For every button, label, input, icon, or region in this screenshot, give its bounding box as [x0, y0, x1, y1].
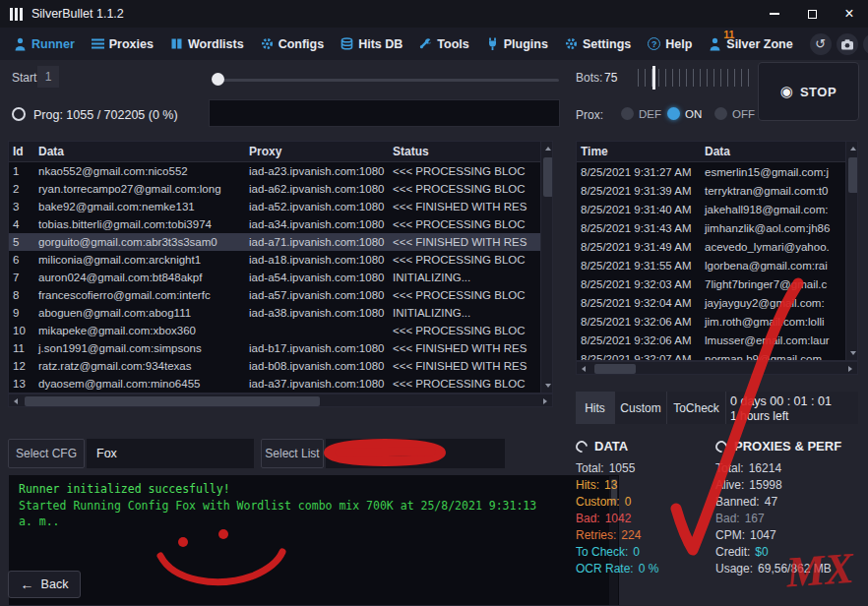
- screenshot-button[interactable]: [837, 33, 858, 55]
- cell-status: <<< FINISHED WITH RES: [389, 342, 552, 354]
- scrollbar-thumb[interactable]: [25, 396, 320, 406]
- table-row[interactable]: 2ryan.torrecampo27@gmail.com:longiad-a62…: [9, 180, 552, 198]
- bots-slider-handle[interactable]: [652, 66, 655, 90]
- nav-tab-help[interactable]: ? Help: [648, 37, 692, 51]
- scroll-right-button[interactable]: [538, 394, 552, 408]
- scrollbar-thumb[interactable]: [594, 364, 636, 374]
- data-stats-header: DATA: [576, 439, 628, 454]
- nav-tab-wordlists[interactable]: Wordlists: [170, 37, 244, 51]
- history-button[interactable]: ↺: [810, 33, 832, 55]
- nav-tab-proxies[interactable]: Proxies: [92, 37, 154, 51]
- stop-icon: ◉: [780, 83, 793, 100]
- scroll-left-button[interactable]: [9, 394, 23, 408]
- cell-id: 5: [9, 236, 34, 248]
- hits-tabs-strip: Hits Custom ToCheck 0 days 00 : 01 : 01 …: [576, 392, 858, 424]
- stop-button[interactable]: ◉ STOP: [758, 62, 859, 121]
- minimize-button[interactable]: [756, 0, 793, 28]
- close-button[interactable]: ×: [831, 0, 868, 28]
- prox-def-radio[interactable]: [621, 107, 634, 120]
- table-row[interactable]: 13dyaosem@gmail.com:mino6455iad-a37.ipva…: [9, 375, 552, 393]
- table-row[interactable]: 11j.son1991@gmail.com:simpsonsiad-b17.ip…: [9, 339, 552, 357]
- cell-data: lgorbena@gmail.com:rai: [701, 260, 857, 272]
- prox-on-radio[interactable]: [667, 107, 680, 120]
- scroll-right-button[interactable]: [843, 362, 857, 376]
- log-console[interactable]: Runner initialized succesfully! Started …: [8, 474, 620, 606]
- results-horizontal-scrollbar[interactable]: [8, 394, 553, 407]
- hit-row[interactable]: 8/25/2021 9:31:49 AMacevedo_lymari@yahoo…: [577, 237, 857, 256]
- start-slider-handle[interactable]: [212, 73, 224, 86]
- col-header-data[interactable]: Data: [701, 145, 845, 158]
- col-header-status[interactable]: Status: [389, 145, 540, 158]
- col-header-proxy[interactable]: Proxy: [245, 145, 389, 158]
- table-row[interactable]: 10mikapeke@gmail.com:xbox360<<< PROCESSI…: [9, 322, 552, 339]
- cell-data: dyaosem@gmail.com:mino6455: [34, 378, 245, 390]
- select-list-button[interactable]: Select List: [261, 439, 324, 468]
- cell-status: <<< PROCESSING BLOC: [389, 165, 552, 177]
- table-row[interactable]: 1nkao552@gmail.com:nico552iad-a23.ipvani…: [9, 162, 552, 180]
- hit-row[interactable]: 8/25/2021 9:31:40 AMjakehall918@gmail.co…: [577, 200, 857, 218]
- table-row[interactable]: 8francescofierro@gmail.com:interfciad-a5…: [9, 286, 552, 304]
- nav-tab-hitsdb[interactable]: Hits DB: [341, 37, 403, 51]
- hit-row[interactable]: 8/25/2021 9:31:39 AMterryktran@gmail.com…: [577, 181, 857, 200]
- cell-data: terryktran@gmail.com:t0: [701, 185, 857, 197]
- scroll-left-button[interactable]: [577, 362, 590, 376]
- cell-time: 8/25/2021 9:32:07 AM: [577, 353, 701, 362]
- table-row[interactable]: 4tobias.bitterli@gmail.com:tobi3974iad-a…: [9, 215, 552, 233]
- nav-tab-tools[interactable]: Tools: [419, 37, 468, 51]
- tab-tocheck[interactable]: ToCheck: [667, 392, 726, 424]
- col-header-time[interactable]: Time: [577, 145, 701, 158]
- nav-label: Silver Zone: [726, 37, 792, 51]
- right-arrow-icon: [543, 398, 547, 404]
- tab-hits[interactable]: Hits: [576, 392, 615, 424]
- hit-row[interactable]: 8/25/2021 9:32:06 AMjim.roth@gmail.com:l…: [577, 312, 857, 331]
- select-cfg-button[interactable]: Select CFG: [8, 439, 85, 468]
- hit-row[interactable]: 8/25/2021 9:32:07 AMnorman.b9@gmail.com: [577, 349, 857, 361]
- scroll-up-button[interactable]: [846, 142, 858, 155]
- cell-proxy: iad-b08.ipvanish.com:1080: [245, 360, 389, 372]
- back-button[interactable]: ← Back: [8, 571, 81, 598]
- col-header-id[interactable]: Id: [9, 145, 34, 158]
- table-row[interactable]: 7auron024@gmail.com:bt848akpfiad-a54.ipv…: [9, 269, 552, 286]
- cell-time: 8/25/2021 9:31:49 AM: [577, 241, 701, 253]
- database-icon: [341, 37, 353, 50]
- table-row[interactable]: 12ratz.ratz@gmail.com:934texasiad-b08.ip…: [9, 357, 552, 375]
- log-line: Runner initialized succesfully!: [19, 481, 609, 498]
- tab-custom[interactable]: Custom: [615, 392, 667, 424]
- hit-row[interactable]: 8/25/2021 9:32:04 AMjayjayguy2@gmail.com…: [577, 293, 857, 312]
- start-slider-track[interactable]: [213, 79, 559, 82]
- results-vertical-scrollbar[interactable]: [540, 142, 553, 393]
- hit-row[interactable]: 8/25/2021 9:31:55 AMlgorbena@gmail.com:r…: [577, 256, 857, 274]
- camera-icon: [840, 37, 854, 51]
- table-row[interactable]: 6miliconia@gmail.com:arcknight1iad-a18.i…: [9, 251, 552, 269]
- webcam-button[interactable]: ◎: [863, 33, 868, 55]
- hit-row[interactable]: 8/25/2021 9:32:06 AMlmusser@email.com:la…: [577, 331, 857, 349]
- table-row-selected[interactable]: 5gorguito@gmail.com:abr3t3s3sam0iad-a71.…: [9, 233, 552, 251]
- start-input[interactable]: [37, 66, 59, 88]
- table-row[interactable]: 9aboguen@gmail.com:abog111iad-a38.ipvani…: [9, 304, 552, 322]
- prox-off-radio[interactable]: [714, 107, 727, 120]
- main-nav: Runner Proxies Wordlists Configs Hits DB…: [0, 28, 868, 60]
- hit-row[interactable]: 8/25/2021 9:31:43 AMjimhanzlik@aol.com:j…: [577, 218, 857, 237]
- scrollbar-thumb[interactable]: [848, 157, 858, 193]
- scroll-up-button[interactable]: [541, 142, 553, 155]
- nav-tab-configs[interactable]: Configs: [261, 37, 325, 51]
- table-row[interactable]: 3bake92@gmail.com:nemke131iad-a52.ipvani…: [9, 198, 552, 215]
- cell-proxy: iad-a54.ipvanish.com:1080: [245, 272, 389, 283]
- hit-row[interactable]: 8/25/2021 9:32:03 AM7light7bringer7@gmai…: [577, 274, 857, 293]
- scroll-down-button[interactable]: [846, 346, 858, 360]
- cell-data: gorguito@gmail.com:abr3t3s3sam0: [34, 236, 245, 248]
- nav-tab-settings[interactable]: Settings: [565, 37, 631, 51]
- cell-id: 7: [9, 272, 34, 283]
- nav-tab-plugins[interactable]: Plugins: [486, 37, 548, 51]
- up-arrow-icon: [545, 147, 551, 151]
- col-header-data[interactable]: Data: [34, 145, 245, 158]
- nav-tab-silverzone[interactable]: 11 Silver Zone: [709, 37, 792, 51]
- cell-id: 3: [9, 201, 34, 212]
- scrollbar-thumb[interactable]: [543, 157, 553, 197]
- maximize-button[interactable]: [793, 0, 831, 28]
- hit-row[interactable]: 8/25/2021 9:31:27 AMesmerlin15@gmail.com…: [577, 162, 857, 181]
- hits-horizontal-scrollbar[interactable]: [576, 361, 858, 375]
- hits-vertical-scrollbar[interactable]: [845, 142, 858, 360]
- scroll-down-button[interactable]: [541, 379, 553, 393]
- nav-tab-runner[interactable]: Runner: [14, 37, 75, 51]
